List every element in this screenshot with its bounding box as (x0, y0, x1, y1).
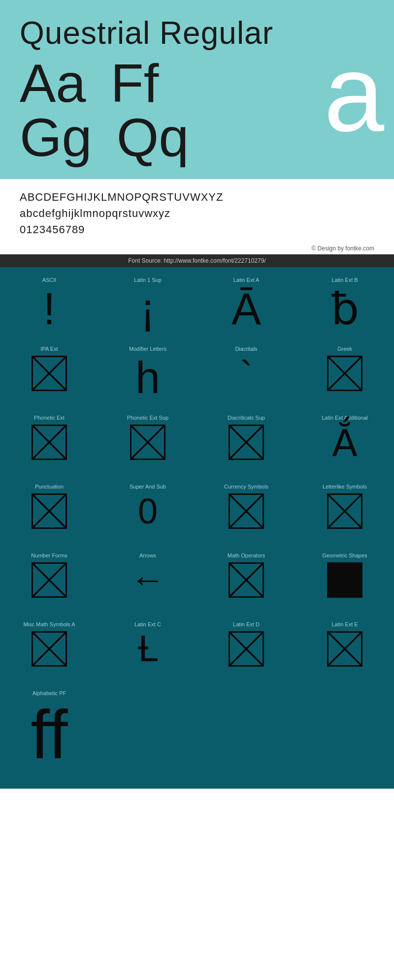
glyph-ff-ligature: ff (31, 700, 67, 769)
placeholder-punctuation (32, 493, 67, 529)
glyph-aa: Aa (20, 56, 86, 110)
grid-cell-empty-3 (296, 685, 394, 784)
label-latinexte: Latin Ext E (331, 621, 358, 627)
glyph-gg: Gg (20, 110, 92, 164)
placeholder-diacriticalssup (229, 425, 264, 460)
placeholder-letterlike (327, 493, 362, 529)
glyph-zero: 0 (138, 493, 158, 529)
label-punctuation: Punctuation (35, 484, 64, 490)
label-latinextc: Latin Ext C (134, 621, 161, 627)
glyph-bstroke: ƀ (331, 287, 359, 331)
glyph-qq: Qq (117, 110, 189, 164)
placeholder-phoneticextsup (130, 425, 165, 460)
glyph-large-a: a (324, 39, 384, 148)
grid-cell-latinextadd: Latin Ext Additional Ắ (296, 410, 394, 479)
grid-cell-diacriticalssup: Diacriticals Sup (197, 410, 296, 479)
label-modletters: Modifier Letters (129, 346, 166, 352)
label-latinexta: Latin Ext A (233, 277, 260, 283)
grid-cell-latinextb: Latin Ext B ƀ (296, 272, 394, 341)
label-arrows: Arrows (139, 552, 156, 558)
source-line: Font Source: http://www.fontke.com/font/… (0, 254, 394, 267)
grid-cell-latinexte: Latin Ext E (296, 616, 394, 685)
grid-cell-miscmathA: Misc Math Symbols A (0, 616, 98, 685)
font-title: Questrial Regular (20, 15, 374, 51)
grid-cell-letterlike: Letterlike Symbols (296, 479, 394, 548)
glyph-ff: Ff (111, 56, 159, 110)
glyph-exclaim: ! (43, 287, 55, 331)
grid-cell-alphabeticpf: Alphabetic PF ff (0, 685, 98, 784)
label-ipaext: IPA Ext (40, 346, 58, 352)
grid-cell-currency: Currency Symbols (197, 479, 296, 548)
glyph-showcase: Aa Ff Gg Qq a (20, 56, 374, 164)
placeholder-currency (229, 493, 264, 529)
grid-cell-arrows: Arrows ← (98, 548, 197, 616)
placeholder-numberforms (32, 562, 67, 598)
label-ascii: ASCII (42, 277, 57, 283)
label-diacritals: Diacritals (235, 346, 257, 352)
alphabet-section: ABCDEFGHIJKLMNOPQRSTUVWXYZ abcdefghijklm… (0, 179, 394, 243)
placeholder-miscmathA (32, 631, 67, 667)
grid-row-5: Number Forms Arrows ← Math Operators Geo… (0, 548, 394, 616)
label-geoshapes: Geometric Shapes (322, 552, 367, 558)
glyph-h: h (135, 356, 160, 400)
placeholder-phoneticext (32, 425, 67, 460)
placeholder-latinextd (229, 631, 264, 667)
grid-cell-diacritals: Diacritals ` (197, 341, 296, 410)
label-mathop: Math Operators (228, 552, 265, 558)
label-phoneticextsup: Phonetic Ext Sup (127, 415, 168, 421)
grid-cell-phoneticextsup: Phonetic Ext Sup (98, 410, 197, 479)
grid-cell-latinextc: Latin Ext C Ƚ (98, 616, 197, 685)
grid-cell-latinexta: Latin Ext A Ā (197, 272, 296, 341)
glyph-arrow-left: ← (131, 562, 165, 597)
grid-row-2: IPA Ext Modifier Letters h Diacritals ` … (0, 341, 394, 410)
alphabet-upper: ABCDEFGHIJKLMNOPQRSTUVWXYZ (20, 189, 374, 205)
label-diacriticalssup: Diacriticals Sup (228, 415, 265, 421)
label-superandsub: Super And Sub (130, 484, 166, 490)
placeholder-greek (327, 356, 362, 391)
placeholder-ipaext (32, 356, 67, 391)
grid-row-1: ASCII ! Latin 1 Sup ¡ Latin Ext A Ā Lati… (0, 272, 394, 341)
glyph-lstroke: Ƚ (138, 631, 158, 667)
placeholder-latinexte (327, 631, 362, 667)
grid-cell-superandsub: Super And Sub 0 (98, 479, 197, 548)
header-section: Questrial Regular Aa Ff Gg Qq a (0, 0, 394, 179)
grid-cell-empty-2 (197, 685, 296, 784)
label-currency: Currency Symbols (224, 484, 268, 490)
label-latinextb: Latin Ext B (331, 277, 358, 283)
label-miscmathA: Misc Math Symbols A (23, 621, 75, 627)
grid-cell-numberforms: Number Forms (0, 548, 98, 616)
glyph-grave: ` (240, 356, 253, 395)
glyph-iexcl: ¡ (140, 287, 155, 331)
alphabet-lower: abcdefghijklmnopqrstuvwxyz (20, 205, 374, 221)
grid-cell-modletters: Modifier Letters h (98, 341, 197, 410)
grid-cell-greek: Greek (296, 341, 394, 410)
solid-geoshapes (327, 562, 362, 598)
label-latinextd: Latin Ext D (233, 621, 260, 627)
grid-row-3: Phonetic Ext Phonetic Ext Sup Diacritica… (0, 410, 394, 479)
grid-cell-mathop: Math Operators (197, 548, 296, 616)
label-letterlike: Letterlike Symbols (323, 484, 367, 490)
grid-row-4: Punctuation Super And Sub 0 Currency Sym… (0, 479, 394, 548)
grid-cell-ascii: ASCII ! (0, 272, 98, 341)
label-latin1sup: Latin 1 Sup (134, 277, 162, 283)
digits: 0123456789 (20, 221, 374, 238)
grid-section: ASCII ! Latin 1 Sup ¡ Latin Ext A Ā Lati… (0, 267, 394, 789)
grid-cell-phoneticext: Phonetic Ext (0, 410, 98, 479)
glyph-aacute-circ: Ắ (332, 425, 358, 462)
grid-cell-ipaext: IPA Ext (0, 341, 98, 410)
label-greek: Greek (337, 346, 352, 352)
grid-cell-latin1sup: Latin 1 Sup ¡ (98, 272, 197, 341)
placeholder-mathop (229, 562, 264, 598)
grid-cell-punctuation: Punctuation (0, 479, 98, 548)
label-latinextadd: Latin Ext Additional (322, 415, 368, 421)
grid-cell-latinextd: Latin Ext D (197, 616, 296, 685)
grid-row-6: Misc Math Symbols A Latin Ext C Ƚ Latin … (0, 616, 394, 685)
label-phoneticext: Phonetic Ext (34, 415, 65, 421)
glyph-amacron: Ā (231, 287, 261, 331)
grid-cell-geoshapes: Geometric Shapes (296, 548, 394, 616)
label-numberforms: Number Forms (31, 552, 67, 558)
grid-cell-empty-1 (98, 685, 197, 784)
copyright: © Design by fontke.com (0, 243, 394, 254)
grid-row-7: Alphabetic PF ff (0, 685, 394, 784)
